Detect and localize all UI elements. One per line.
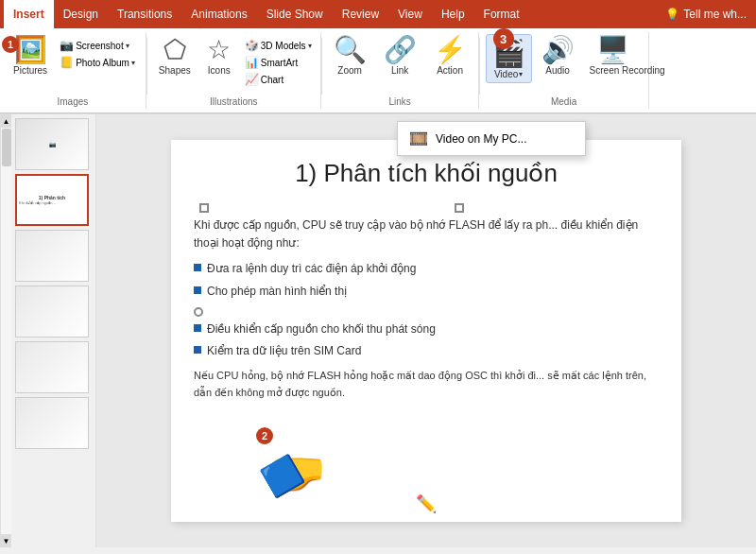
slide-note: Nếu CPU hỏng, bộ nhớ FLASH hỏng hoặc mất… [194,368,659,401]
slide-title: 1) Phân tích khối nguồn [194,159,659,188]
video-file-icon: 🎞️ [409,130,428,147]
slide-body: Khi được cấp nguồn, CPU sẽ truy cập vào … [194,216,659,401]
slide-thumb-1[interactable]: 📷 [15,118,89,170]
link-icon: 🔗 [384,37,417,63]
bullet-2: Cho phép màn hình hiển thị [194,283,659,301]
icons-icon: ☆ [207,37,231,63]
pictures-icon: 🖼️ [14,37,47,63]
smartart-icon: 📊 [245,56,259,69]
bullet-marker-3 [194,324,201,332]
screen-recording-button[interactable]: 🖥️ Screen Recording [584,34,643,78]
tell-me-bar[interactable]: 💡 Tell me wh... [656,0,756,28]
bullet-4: Kiểm tra dữ liệu trên SIM Card [194,342,659,360]
tab-transitions[interactable]: Transitions [108,0,181,28]
slide-thumb-4[interactable] [15,286,89,338]
tab-animations[interactable]: Animations [181,0,256,28]
screenshot-icon: 📷 [60,39,74,52]
group-images: 🖼️ Pictures 📷 Screenshot ▾ 📒 Photo Album… [0,32,146,109]
bullet-marker-1 [194,264,201,271]
scroll-thumb[interactable] [2,129,11,166]
ribbon-content: 1 🖼️ Pictures 📷 Screenshot ▾ 📒 Pho [0,28,756,113]
slide-intro: Khi được cấp nguồn, CPU sẽ truy cập vào … [194,216,659,252]
action-button[interactable]: ⚡ Action [428,34,472,78]
screen-recording-icon: 🖥️ [596,37,629,63]
smartart-button[interactable]: 📊 SmartArt [242,55,315,70]
zoom-icon: 🔍 [334,37,367,63]
tab-slideshow[interactable]: Slide Show [257,0,333,28]
tab-format[interactable]: Format [474,0,529,28]
bullet-1: Đưa ra lệnh duy trì các điện áp khởi độn… [194,260,659,278]
audio-button[interactable]: 🔊 Audio [536,34,580,78]
3d-models-button[interactable]: 🎲 3D Models ▾ [242,38,315,53]
screenshot-button[interactable]: 📷 Screenshot ▾ [57,38,138,53]
audio-icon: 🔊 [541,37,575,63]
tab-view[interactable]: View [388,0,432,28]
lightbulb-icon: 💡 [665,8,679,21]
hand-cursor: 2 🤜 🟦 [256,427,332,503]
action-icon: ⚡ [434,37,467,63]
bullet-marker-4 [194,346,201,354]
tab-design[interactable]: Design [54,0,108,28]
slide-thumb-5[interactable] [15,341,89,393]
scroll-up-arrow[interactable]: ▲ [1,114,12,128]
slide-canvas: 1) Phân tích khối nguồn Khi được cấp ngu… [171,140,681,522]
zoom-button[interactable]: 🔍 Zoom [328,34,372,78]
chart-button[interactable]: 📈 Chart [242,72,315,87]
scroll-track [1,128,12,534]
badge-1: 1 [2,36,19,53]
ribbon-tabs: Insert Design Transitions Animations Sli… [0,0,756,28]
badge-3: 3 [493,28,514,49]
scroll-down-arrow[interactable]: ▼ [1,534,12,547]
app-body: ▲ ▼ 📷 1) Phân tích Khi được cấp nguồn... [0,114,756,547]
connector-dot-right [455,203,464,213]
video-on-pc-item[interactable]: 🎞️ Video on My PC... [398,122,585,155]
slides-scrollbar[interactable]: ▲ ▼ [0,114,11,547]
slides-panel: 📷 1) Phân tích Khi được cấp nguồn... [11,114,96,547]
badge-2: 2 [256,427,273,444]
photo-album-icon: 📒 [60,56,74,69]
bullet-marker-2 [194,286,201,294]
photo-album-button[interactable]: 📒 Photo Album ▾ [57,55,138,70]
link-button[interactable]: 🔗 Link [378,34,422,78]
models-dropdown-arrow: ▾ [308,42,312,50]
screenshot-dropdown-arrow: ▾ [126,42,129,50]
shapes-button[interactable]: ⬠ Shapes [153,34,197,78]
photo-album-dropdown-arrow: ▾ [131,59,135,67]
bullet-3: Điều khiển cấp nguồn cho khối thu phát s… [194,320,659,338]
video-dropdown-menu: 🎞️ Video on My PC... [397,121,586,156]
icons-button[interactable]: ☆ Icons [198,34,240,78]
connector-dot-left [199,203,209,213]
tab-help[interactable]: Help [432,0,474,28]
slide-thumb-3[interactable] [15,230,89,282]
chart-icon: 📈 [245,73,259,86]
3d-models-icon: 🎲 [245,39,259,52]
video-dropdown-arrow: ▾ [519,70,523,78]
tab-review[interactable]: Review [333,0,388,28]
group-illustrations: ⬠ Shapes ☆ Icons 🎲 3D Models ▾ 📊 SmartA [147,32,321,109]
circle-connector [194,307,203,317]
group-media: 3 🎬 Video ▾ 🔊 Audio 🖥️ Screen Recording [480,32,649,109]
slide-main: 1) Phân tích khối nguồn Khi được cấp ngu… [96,114,756,547]
shapes-icon: ⬠ [163,37,186,63]
group-links: 🔍 Zoom 🔗 Link ⚡ Action Links [322,32,479,109]
slide-thumb-2[interactable]: 1) Phân tích Khi được cấp nguồn... [15,174,89,226]
slide-thumb-6[interactable] [15,397,89,449]
pencil-icon: ✏️ [416,493,437,514]
tab-insert[interactable]: Insert [4,0,54,28]
